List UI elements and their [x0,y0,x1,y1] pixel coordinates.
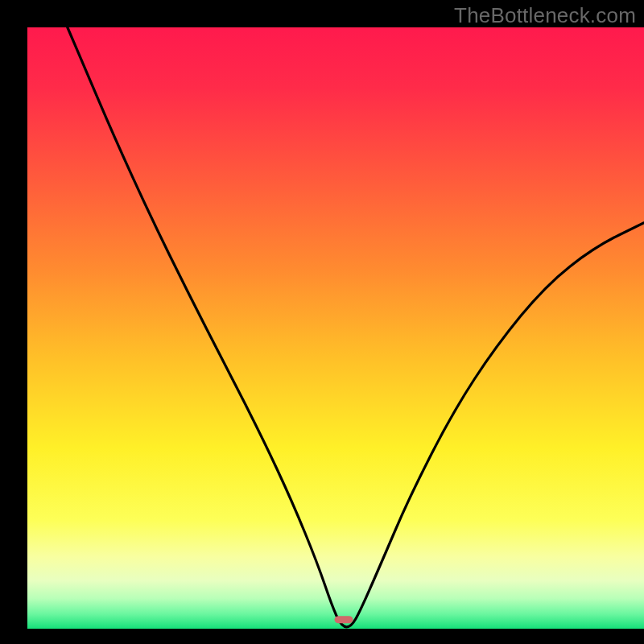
optimum-marker [335,616,353,623]
chart-container: { "watermark": "TheBottleneck.com", "cha… [0,0,644,644]
gradient-background [27,27,644,629]
bottleneck-chart [0,0,644,644]
